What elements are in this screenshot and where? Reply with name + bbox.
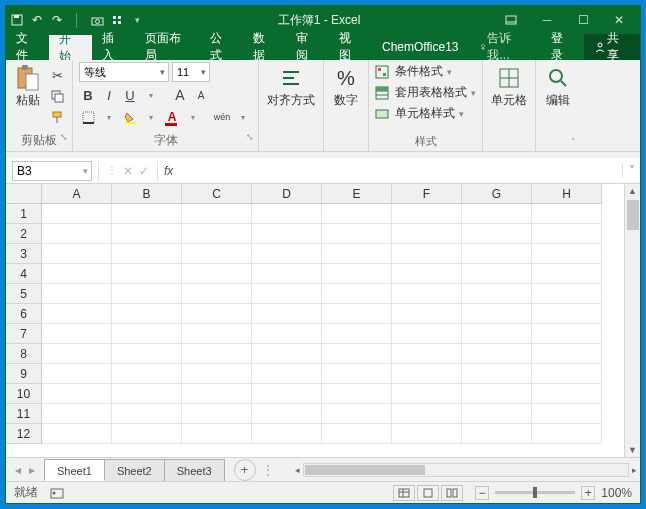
cell[interactable] bbox=[462, 384, 532, 404]
row-header[interactable]: 7 bbox=[6, 324, 42, 344]
conditional-format-button[interactable]: 条件格式 ▾ bbox=[375, 62, 476, 81]
cell[interactable] bbox=[532, 244, 602, 264]
cell[interactable] bbox=[322, 384, 392, 404]
row-header[interactable]: 1 bbox=[6, 204, 42, 224]
cell[interactable] bbox=[42, 284, 112, 304]
fill-color-button[interactable] bbox=[121, 108, 139, 126]
decrease-font-button[interactable]: A bbox=[192, 86, 210, 104]
cell[interactable] bbox=[42, 344, 112, 364]
col-header[interactable]: B bbox=[112, 184, 182, 204]
cell[interactable] bbox=[252, 324, 322, 344]
view-normal-icon[interactable] bbox=[393, 485, 415, 501]
cell[interactable] bbox=[182, 424, 252, 444]
camera-icon[interactable] bbox=[90, 13, 104, 27]
cell[interactable] bbox=[462, 284, 532, 304]
col-header[interactable]: G bbox=[462, 184, 532, 204]
view-page-break-icon[interactable] bbox=[441, 485, 463, 501]
cell[interactable] bbox=[112, 344, 182, 364]
sheet-tab[interactable]: Sheet1 bbox=[44, 459, 105, 481]
scroll-left-icon[interactable]: ◂ bbox=[292, 465, 303, 475]
cell[interactable] bbox=[112, 364, 182, 384]
scroll-up-icon[interactable]: ▲ bbox=[626, 184, 639, 198]
cell[interactable] bbox=[252, 264, 322, 284]
cells-area[interactable] bbox=[42, 204, 602, 457]
font-size-dropdown[interactable]: 11 bbox=[172, 62, 210, 82]
cell[interactable] bbox=[462, 424, 532, 444]
cell[interactable] bbox=[532, 384, 602, 404]
row-header[interactable]: 4 bbox=[6, 264, 42, 284]
cell[interactable] bbox=[322, 284, 392, 304]
sheet-nav-next-icon[interactable]: ▸ bbox=[26, 463, 38, 477]
copy-icon[interactable] bbox=[48, 87, 66, 105]
cell[interactable] bbox=[252, 244, 322, 264]
cell[interactable] bbox=[322, 324, 392, 344]
col-header[interactable]: C bbox=[182, 184, 252, 204]
scroll-thumb[interactable] bbox=[305, 465, 425, 475]
expand-namebox-icon[interactable]: ⋮ bbox=[107, 165, 117, 176]
col-header[interactable]: F bbox=[392, 184, 462, 204]
underline-menu-icon[interactable]: ▾ bbox=[142, 86, 160, 104]
enter-formula-icon[interactable]: ✓ bbox=[139, 164, 149, 178]
number-format-button[interactable]: % 数字 bbox=[330, 62, 362, 111]
cell[interactable] bbox=[392, 244, 462, 264]
cell[interactable] bbox=[252, 404, 322, 424]
cell[interactable] bbox=[532, 344, 602, 364]
cell[interactable] bbox=[392, 224, 462, 244]
cell-styles-button[interactable]: 单元格样式 ▾ bbox=[375, 104, 476, 123]
sheet-nav-prev-icon[interactable]: ◂ bbox=[12, 463, 24, 477]
dialog-launcher-icon[interactable]: ⤡ bbox=[246, 132, 254, 142]
cell[interactable] bbox=[392, 304, 462, 324]
zoom-in-button[interactable]: + bbox=[581, 486, 595, 500]
cell[interactable] bbox=[252, 204, 322, 224]
row-header[interactable]: 8 bbox=[6, 344, 42, 364]
redo-icon[interactable]: ↷ bbox=[50, 13, 64, 27]
tab-chemoffice[interactable]: ChemOffice13 bbox=[372, 34, 468, 60]
undo-icon[interactable]: ↶ bbox=[30, 13, 44, 27]
cell[interactable] bbox=[322, 264, 392, 284]
cell[interactable] bbox=[462, 204, 532, 224]
scroll-right-icon[interactable]: ▸ bbox=[629, 465, 640, 475]
zoom-out-button[interactable]: − bbox=[475, 486, 489, 500]
border-button[interactable] bbox=[79, 108, 97, 126]
col-header[interactable]: A bbox=[42, 184, 112, 204]
row-header[interactable]: 10 bbox=[6, 384, 42, 404]
scroll-thumb[interactable] bbox=[627, 200, 639, 230]
collapse-ribbon-icon[interactable]: ˄ bbox=[571, 137, 576, 147]
phonetic-button[interactable]: wén bbox=[213, 108, 231, 126]
cell[interactable] bbox=[392, 324, 462, 344]
ribbon-options-icon[interactable] bbox=[494, 10, 528, 30]
cell[interactable] bbox=[322, 304, 392, 324]
cell[interactable] bbox=[322, 204, 392, 224]
cell[interactable] bbox=[392, 284, 462, 304]
add-sheet-button[interactable]: + bbox=[234, 459, 256, 481]
row-header[interactable]: 2 bbox=[6, 224, 42, 244]
cell[interactable] bbox=[462, 324, 532, 344]
font-color-button[interactable]: A bbox=[163, 108, 181, 126]
cell[interactable] bbox=[252, 304, 322, 324]
cell[interactable] bbox=[42, 304, 112, 324]
cell[interactable] bbox=[42, 224, 112, 244]
cell[interactable] bbox=[392, 264, 462, 284]
cell[interactable] bbox=[112, 324, 182, 344]
scroll-down-icon[interactable]: ▼ bbox=[626, 443, 639, 457]
macro-record-icon[interactable] bbox=[50, 487, 64, 499]
underline-button[interactable]: U bbox=[121, 86, 139, 104]
login-button[interactable]: 登录 bbox=[541, 34, 584, 60]
increase-font-button[interactable]: A bbox=[171, 86, 189, 104]
cell[interactable] bbox=[532, 204, 602, 224]
cell[interactable] bbox=[532, 284, 602, 304]
cell[interactable] bbox=[322, 244, 392, 264]
cell[interactable] bbox=[252, 384, 322, 404]
tab-home[interactable]: 开始 bbox=[49, 34, 92, 60]
cells-button[interactable]: 单元格 bbox=[489, 62, 529, 111]
cell[interactable] bbox=[252, 424, 322, 444]
editing-button[interactable]: 编辑 bbox=[542, 62, 574, 111]
cell[interactable] bbox=[462, 304, 532, 324]
row-header[interactable]: 6 bbox=[6, 304, 42, 324]
cell[interactable] bbox=[42, 364, 112, 384]
cell[interactable] bbox=[182, 264, 252, 284]
cell[interactable] bbox=[112, 224, 182, 244]
select-all-corner[interactable] bbox=[6, 184, 42, 204]
close-icon[interactable]: ✕ bbox=[602, 10, 636, 30]
cell[interactable] bbox=[462, 264, 532, 284]
